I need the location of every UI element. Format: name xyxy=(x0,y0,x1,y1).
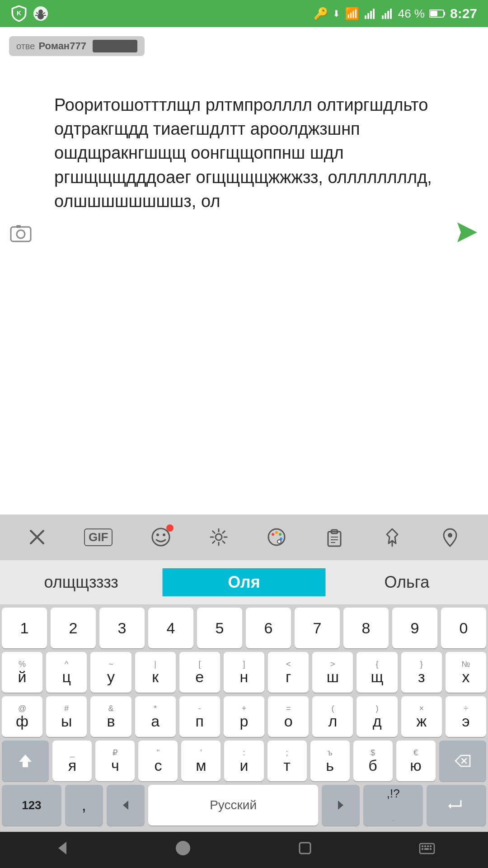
comma-key[interactable]: , xyxy=(65,785,103,826)
status-right: 🔑 ⬇ 📶 46 % 8:27 xyxy=(314,6,477,21)
reply-bubble: отве Роман777 xyxy=(9,36,145,56)
key-д[interactable]: )д xyxy=(357,696,397,737)
nav-home[interactable] xyxy=(174,839,192,861)
close-button[interactable] xyxy=(28,528,46,546)
left-lang-arrow[interactable] xyxy=(107,785,145,826)
keyboard-toolbar: GIF xyxy=(0,514,488,560)
key-4[interactable]: 4 xyxy=(148,608,193,648)
space-key[interactable]: Русский xyxy=(148,785,319,826)
clipboard-button[interactable] xyxy=(324,527,344,547)
right-lang-arrow[interactable] xyxy=(322,785,360,826)
svg-marker-22 xyxy=(457,222,477,242)
nav-recents[interactable] xyxy=(296,839,314,861)
key-ш[interactable]: >ш xyxy=(312,652,353,693)
settings-button[interactable] xyxy=(209,527,229,547)
pin-button[interactable] xyxy=(382,527,402,547)
chat-area: отве Роман777 Рооритошотттлщл рлтмпроллл… xyxy=(0,27,488,514)
key-0[interactable]: 0 xyxy=(441,608,486,648)
key-п[interactable]: -п xyxy=(179,696,220,737)
wifi-icon: 📶 xyxy=(345,7,359,21)
autocomplete-left[interactable]: олщщзззз xyxy=(0,568,162,596)
punct-button[interactable]: ,!?. xyxy=(363,785,423,826)
key-9[interactable]: 9 xyxy=(392,608,437,648)
svg-rect-9 xyxy=(367,13,369,19)
svg-rect-55 xyxy=(430,845,432,847)
key-8[interactable]: 8 xyxy=(343,608,389,648)
signal1-icon xyxy=(364,7,376,20)
svg-rect-54 xyxy=(427,845,429,847)
shield-icon: K xyxy=(11,5,27,23)
key-г[interactable]: <г xyxy=(268,652,309,693)
status-left: K xyxy=(11,5,49,23)
svg-rect-19 xyxy=(11,227,31,241)
key-з[interactable]: }з xyxy=(401,652,442,693)
key-о[interactable]: =о xyxy=(268,696,309,737)
number-row: 1 2 3 4 5 6 7 8 9 0 xyxy=(2,608,486,648)
battery-icon xyxy=(429,9,446,18)
key-ц[interactable]: ^ц xyxy=(46,652,87,693)
autocomplete-right[interactable]: Ольга xyxy=(326,568,488,596)
key-ф[interactable]: @ф xyxy=(2,696,42,737)
key-л[interactable]: (л xyxy=(312,696,353,737)
svg-rect-10 xyxy=(370,11,372,19)
nav-back[interactable] xyxy=(52,839,70,861)
sticker-button[interactable] xyxy=(151,527,171,547)
key-ю[interactable]: €ю xyxy=(396,741,436,781)
key-с[interactable]: "с xyxy=(138,741,178,781)
key-ч[interactable]: ₽ч xyxy=(95,741,135,781)
key-ы[interactable]: #ы xyxy=(46,696,87,737)
key-й[interactable]: %й xyxy=(2,652,42,693)
gif-button[interactable]: GIF xyxy=(84,528,113,546)
svg-marker-47 xyxy=(448,803,451,809)
key-б[interactable]: $б xyxy=(353,741,393,781)
key-т[interactable]: ;т xyxy=(267,741,307,781)
key-5[interactable]: 5 xyxy=(197,608,242,648)
svg-rect-12 xyxy=(382,15,384,19)
spider-icon xyxy=(33,5,49,22)
key-я[interactable]: _я xyxy=(52,741,92,781)
key-щ[interactable]: {щ xyxy=(357,652,397,693)
key-ж[interactable]: ×ж xyxy=(401,696,442,737)
svg-point-31 xyxy=(275,531,278,534)
status-bar: K 🔑 ⬇ 📶 46 xyxy=(0,0,488,27)
key-1[interactable]: 1 xyxy=(2,608,47,648)
message-text: Рооритошотттлщл рлтмпролллл олтиргшдльто… xyxy=(0,93,488,213)
svg-rect-53 xyxy=(424,845,426,847)
svg-rect-17 xyxy=(444,12,445,15)
key-у[interactable]: ~у xyxy=(90,652,131,693)
backspace-button[interactable] xyxy=(439,741,486,781)
palette-button[interactable] xyxy=(267,527,286,547)
autocomplete-center[interactable]: Оля xyxy=(163,568,325,596)
key-е[interactable]: [е xyxy=(179,652,220,693)
key-м[interactable]: 'м xyxy=(181,741,221,781)
svg-rect-18 xyxy=(430,11,437,16)
key-э[interactable]: ÷э xyxy=(446,696,486,737)
key-2[interactable]: 2 xyxy=(51,608,96,648)
key-ь[interactable]: ъь xyxy=(310,741,350,781)
emoji-return-button[interactable] xyxy=(427,785,486,826)
location-button[interactable] xyxy=(440,527,460,547)
bottom-row: 123 , Русский ,!?. xyxy=(2,785,486,826)
svg-point-25 xyxy=(152,528,169,546)
key-а[interactable]: *а xyxy=(135,696,176,737)
keyboard: 1 2 3 4 5 6 7 8 9 0 %й ^ц ~у |к [е ]н <г… xyxy=(0,605,488,832)
key-к[interactable]: |к xyxy=(135,652,176,693)
key-3[interactable]: 3 xyxy=(99,608,145,648)
svg-marker-45 xyxy=(123,801,128,810)
redacted xyxy=(93,40,137,52)
send-button[interactable] xyxy=(455,221,479,249)
svg-point-3 xyxy=(38,13,44,19)
key-и[interactable]: :и xyxy=(224,741,263,781)
numbers-switch-button[interactable]: 123 xyxy=(2,785,61,826)
key-н[interactable]: ]н xyxy=(224,652,264,693)
nav-keyboard[interactable] xyxy=(418,839,436,861)
camera-button[interactable] xyxy=(9,221,33,249)
key-р[interactable]: +р xyxy=(224,696,264,737)
key-х[interactable]: №х xyxy=(446,652,486,693)
key-в[interactable]: &в xyxy=(90,696,131,737)
key-7[interactable]: 7 xyxy=(295,608,340,648)
row-ycukyen: %й ^ц ~у |к [е ]н <г >ш {щ }з №х xyxy=(2,652,486,693)
svg-marker-42 xyxy=(19,755,32,767)
key-6[interactable]: 6 xyxy=(246,608,291,648)
shift-button[interactable] xyxy=(2,741,49,781)
